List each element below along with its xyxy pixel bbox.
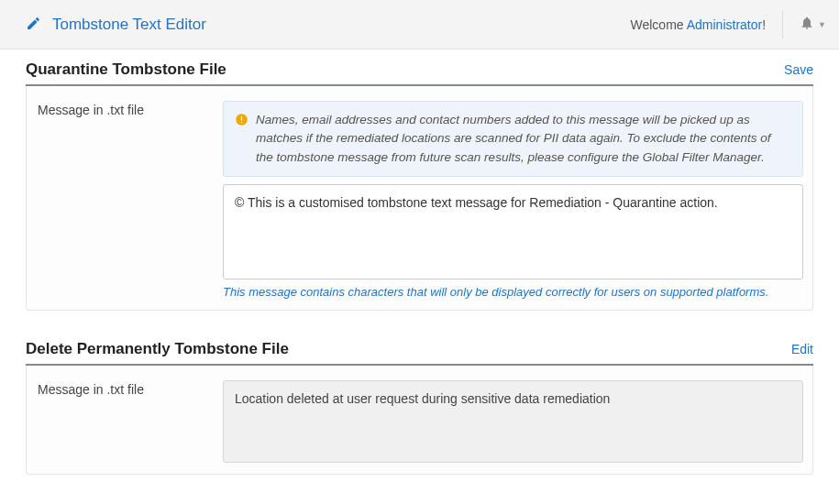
content: Quarantine Tombstone File Save Message i… <box>0 49 839 475</box>
warning-text: Names, email addresses and contact numbe… <box>256 111 791 167</box>
bell-icon <box>800 16 814 33</box>
chevron-down-icon: ▼ <box>818 20 826 29</box>
delete-message-display: Location deleted at user request during … <box>223 380 803 463</box>
quarantine-field-label: Message in .txt file <box>38 101 212 299</box>
delete-title: Delete Permanently Tombstone File <box>26 340 289 358</box>
quarantine-title: Quarantine Tombstone File <box>26 60 226 79</box>
topbar-left: Tombstone Text Editor <box>26 16 206 34</box>
quarantine-body: Message in .txt file Names, email addres… <box>26 86 813 311</box>
quarantine-footnote: This message contains characters that wi… <box>223 285 803 299</box>
page-title[interactable]: Tombstone Text Editor <box>52 16 206 34</box>
warning-box: Names, email addresses and contact numbe… <box>223 101 803 177</box>
quarantine-header: Quarantine Tombstone File Save <box>26 60 813 86</box>
quarantine-field-right: Names, email addresses and contact numbe… <box>223 101 803 299</box>
delete-field-label: Message in .txt file <box>38 380 212 463</box>
quarantine-message-input[interactable]: © This is a customised tombstone text me… <box>223 184 803 279</box>
delete-header: Delete Permanently Tombstone File Edit <box>26 340 813 366</box>
topbar: Tombstone Text Editor Welcome Administra… <box>0 0 839 49</box>
admin-link[interactable]: Administrator <box>687 17 762 32</box>
welcome-text: Welcome Administrator! <box>631 17 767 32</box>
notifications-button[interactable]: ▼ <box>782 11 826 38</box>
quarantine-section: Quarantine Tombstone File Save Message i… <box>26 60 813 311</box>
topbar-right: Welcome Administrator! ▼ <box>631 11 827 38</box>
delete-body: Message in .txt file Location deleted at… <box>26 366 813 475</box>
svg-rect-1 <box>241 116 242 121</box>
pencil-icon <box>26 16 41 34</box>
welcome-prefix: Welcome <box>631 17 687 32</box>
welcome-suffix: ! <box>762 17 766 32</box>
save-button[interactable]: Save <box>784 62 813 77</box>
delete-section: Delete Permanently Tombstone File Edit M… <box>26 340 813 475</box>
svg-rect-2 <box>241 122 242 123</box>
delete-field-right: Location deleted at user request during … <box>223 380 803 463</box>
edit-button[interactable]: Edit <box>791 342 813 356</box>
info-icon <box>235 113 248 129</box>
